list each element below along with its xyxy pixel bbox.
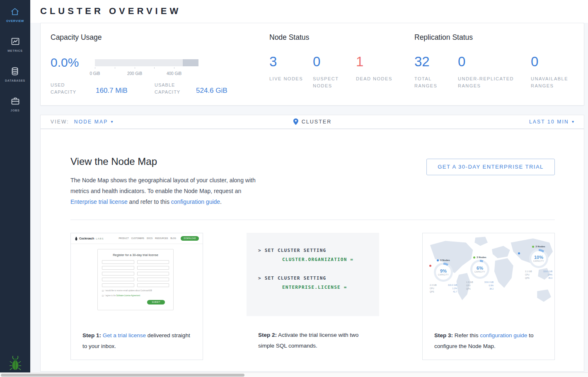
mini-site-nav-items: PRODUCT CUSTOMERS DOCS RESOURCES BLOG DO… <box>119 236 199 241</box>
metrics-chart-icon <box>10 36 20 46</box>
locality-gauge: 3 Nodes 10% CAPACITY 3.1 GiB319.0 GiB CP… <box>521 245 554 280</box>
get-trial-license-link[interactable]: Get a trial license <box>103 332 146 338</box>
replication-status-title: Replication Status <box>414 33 473 42</box>
locality-gauge: 3 Nodes 6% CAPACITY 1.9 GiB319.0 GiB CPU… <box>462 256 497 290</box>
mini-site-logo-text: Cockroach <box>79 237 94 240</box>
mini-form-field <box>137 272 169 276</box>
configuration-guide-link[interactable]: configuration guide <box>171 198 220 205</box>
mini-checkbox-text: I would like to receive email updates ab… <box>105 290 152 292</box>
node-map-heading: View the Node Map <box>70 156 157 167</box>
sidebar-item-overview[interactable]: OVERVIEW <box>6 7 24 22</box>
used-capacity-label: USED CAPACITY <box>51 82 80 96</box>
time-range-dropdown[interactable]: LAST 10 MIN ▾ <box>529 119 574 125</box>
description-text: The Node Map shows the geographical layo… <box>70 177 256 194</box>
mini-checkbox-row: I would like to receive email updates ab… <box>102 290 169 292</box>
locality-dot-icon <box>532 246 534 248</box>
unavailable-ranges-stat: 0 UNAVAILABLE RANGES <box>531 55 574 89</box>
live-nodes-stat: 3 LIVE NODES <box>269 55 306 82</box>
step1-label: Step 1: <box>82 332 101 338</box>
configuration-guide-link[interactable]: configuration guide <box>480 332 527 338</box>
node-map-description: The Node Map shows the geographical layo… <box>70 175 262 207</box>
sql-prompt-line: > SET CLUSTER SETTING <box>258 248 379 253</box>
mini-site-navbar: Cockroach LABS PRODUCT CUSTOMERS DOCS RE… <box>71 233 203 244</box>
location-pin-icon <box>293 118 298 125</box>
locality-node-count: 3 Nodes <box>477 256 486 259</box>
live-nodes-label: LIVE NODES <box>269 75 306 82</box>
node-marker <box>518 252 520 254</box>
sidebar: OVERVIEW METRICS DATABASES JOBS <box>0 0 30 377</box>
mini-checkbox-text: I agree to the Software License Agreemen… <box>105 295 140 297</box>
horizontal-scrollbar[interactable] <box>0 372 588 377</box>
locality-dot-icon <box>473 256 475 259</box>
mini-nav-resources: RESOURCES <box>155 237 168 239</box>
checkbox-icon <box>102 290 104 292</box>
step1-caption: Step 1: Get a trial license delivered st… <box>82 330 194 352</box>
under-replicated-value: 0 <box>458 55 528 69</box>
sidebar-item-databases[interactable]: DATABASES <box>5 66 25 82</box>
capacity-bar-nonusable-segment <box>183 59 198 66</box>
step1-card: Cockroach LABS PRODUCT CUSTOMERS DOCS RE… <box>70 233 203 360</box>
description-text: and refer to this <box>128 198 171 205</box>
sidebar-item-label: METRICS <box>7 49 22 52</box>
dead-nodes-label: DEAD NODES <box>356 75 392 82</box>
capacity-gauge-ring: 10% CAPACITY <box>529 249 548 268</box>
sidebar-item-metrics[interactable]: METRICS <box>7 36 22 52</box>
live-nodes-value: 3 <box>269 55 306 69</box>
sidebar-item-label: JOBS <box>11 109 20 112</box>
view-selector-dropdown[interactable]: NODE MAP ▾ <box>74 119 113 125</box>
mini-form-field <box>137 266 169 270</box>
enterprise-trial-button[interactable]: GET A 30-DAY ENTERPRISE TRIAL <box>426 159 555 175</box>
mini-nav-blog: BLOG <box>171 237 177 239</box>
suspect-nodes-label: SUSPECT NODES <box>313 75 349 89</box>
capacity-used-percent: 0.0% <box>51 56 79 70</box>
suspect-nodes-value: 0 <box>313 55 349 69</box>
capacity-tick-200: 200 GiB <box>127 71 142 76</box>
step3-card: 3 Nodes 9% CAPACITY 2.3 GiB319.0 GiB CPU… <box>422 233 555 360</box>
mini-form-title: Register for a 30-day trial license <box>102 253 169 257</box>
mini-site-logo: Cockroach LABS <box>75 237 104 241</box>
mini-form-field <box>102 283 134 287</box>
gauge-stats: 2.3 GiB319.0 GiB CPU1.2% QPS41.7 <box>430 283 457 293</box>
enterprise-trial-license-link[interactable]: Enterprise trial license <box>70 198 128 205</box>
locality-node-count: 3 Nodes <box>535 245 545 248</box>
total-ranges-value: 32 <box>414 55 451 69</box>
node-map-panel: View the Node Map The Node Map shows the… <box>40 129 584 372</box>
node-map-preview: 3 Nodes 9% CAPACITY 2.3 GiB319.0 GiB CPU… <box>423 233 554 316</box>
mini-license-agreement-link: Software License Agreement <box>116 295 140 297</box>
usable-capacity-label: USABLE CAPACITY <box>155 82 186 96</box>
scrollbar-thumb[interactable] <box>1 374 244 377</box>
mini-site-logo-suffix: LABS <box>96 237 104 240</box>
capacity-tick-400: 400 GiB <box>167 71 181 76</box>
total-ranges-label: TOTAL RANGES <box>414 75 451 89</box>
mini-form-field <box>137 260 169 264</box>
locality-dot-icon <box>437 259 439 261</box>
mini-nav-product: PRODUCT <box>119 237 128 239</box>
locality-chip: 3 Nodes <box>426 259 461 261</box>
under-replicated-stat: 0 UNDER-REPLICATED RANGES <box>458 55 528 89</box>
sql-prompt-line: > SET CLUSTER SETTING <box>258 276 379 281</box>
page-title: CLUSTER OVERVIEW <box>40 6 181 17</box>
mini-site-body: Register for a 30-day trial license <box>71 244 203 324</box>
mini-submit-button: SUBMIT <box>147 300 165 304</box>
mini-download-button: DOWNLOAD <box>181 236 199 241</box>
main-content: CLUSTER OVERVIEW Capacity Usage Node Sta… <box>30 0 588 377</box>
step3-text: Refer this <box>453 332 480 338</box>
mini-form-field <box>102 272 134 276</box>
sidebar-item-jobs[interactable]: JOBS <box>10 96 20 112</box>
sql-setting-organization: CLUSTER.ORGANIZATION = <box>282 257 379 262</box>
locality-gauge: 3 Nodes 9% CAPACITY 2.3 GiB319.0 GiB CPU… <box>426 259 461 293</box>
used-capacity-value: 160.7 MiB <box>96 87 128 95</box>
mini-form-field <box>102 266 134 270</box>
sql-code-block: > SET CLUSTER SETTING CLUSTER.ORGANIZATI… <box>247 233 379 316</box>
dead-nodes-stat: 1 DEAD NODES <box>356 55 392 82</box>
under-replicated-label: UNDER-REPLICATED RANGES <box>458 75 528 89</box>
suspect-nodes-stat: 0 SUSPECT NODES <box>313 55 349 89</box>
cluster-summary-card: Capacity Usage Node Status Replication S… <box>40 23 584 106</box>
locality-chip: 3 Nodes <box>462 256 497 259</box>
mini-nav-customers: CUSTOMERS <box>131 237 144 239</box>
step2-caption: Step 2: Activate the trial license with … <box>258 330 369 351</box>
mini-form-field <box>137 283 169 287</box>
database-icon <box>10 66 20 76</box>
mini-checkbox-row: I agree to the Software License Agreemen… <box>102 295 169 297</box>
gauge-percent: 6% <box>477 266 483 271</box>
